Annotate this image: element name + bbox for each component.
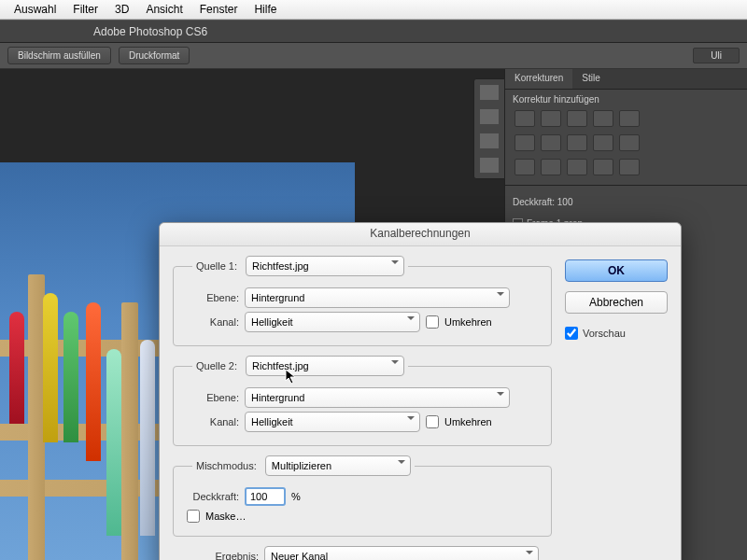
tab-stile[interactable]: Stile [572, 69, 609, 89]
mini-panel-dock [473, 78, 505, 179]
source1-layer-label: Ebene: [183, 292, 239, 303]
channel-mixer-icon[interactable] [593, 134, 613, 151]
source2-legend: Quelle 2: [196, 360, 237, 371]
brightness-icon[interactable] [514, 110, 535, 127]
panel-icon-3[interactable] [480, 133, 499, 148]
cancel-button[interactable]: Abbrechen [565, 291, 668, 314]
os-menubar[interactable]: Auswahl Filter 3D Ansicht Fenster Hilfe [0, 0, 747, 20]
app-title: Adobe Photoshop CS6 [93, 25, 207, 38]
source2-channel-label: Kanal: [183, 416, 239, 427]
menu-3d[interactable]: 3D [106, 3, 137, 16]
tab-korrekturen[interactable]: Korrekturen [505, 69, 572, 89]
invert-icon[interactable] [514, 159, 535, 175]
source2-layer-label: Ebene: [183, 392, 239, 403]
result-label: Ergebnis: [173, 551, 259, 560]
mask-label: Maske… [205, 511, 246, 522]
hue-icon[interactable] [514, 134, 535, 151]
print-format-button[interactable]: Druckformat [119, 47, 190, 64]
exposure-icon[interactable] [593, 110, 613, 127]
source1-invert-checkbox[interactable] [426, 315, 439, 329]
preview-checkbox[interactable] [565, 327, 578, 340]
source2-group: Quelle 2: Richtfest.jpg Ebene: Hintergru… [173, 356, 552, 446]
preview-label: Vorschau [583, 328, 626, 339]
panel-icon-1[interactable] [480, 85, 499, 100]
source1-file-select[interactable]: Richtfest.jpg [246, 256, 404, 276]
opacity-row: Deckkraft: 100 [505, 191, 747, 213]
options-bar: Bildschirm ausfüllen Druckformat Uli [0, 43, 747, 69]
menu-fenster[interactable]: Fenster [191, 3, 247, 16]
panel-icon-2[interactable] [480, 109, 499, 124]
workspace-switcher[interactable]: Uli [693, 48, 740, 63]
opacity-input[interactable] [245, 487, 286, 506]
selective-icon[interactable] [619, 159, 640, 175]
lut-icon[interactable] [619, 134, 640, 151]
gradient-map-icon[interactable] [593, 159, 613, 175]
bw-icon[interactable] [541, 134, 561, 151]
blending-group: Mischmodus: Multiplizieren Deckkraft: % … [173, 455, 552, 537]
source2-layer-select[interactable]: Hintergrund [245, 387, 510, 408]
source1-legend: Quelle 1: [196, 260, 237, 272]
source1-channel-select[interactable]: Helligkeit [245, 312, 420, 332]
dialog-title: Kanalberechnungen [160, 223, 681, 246]
app-titlebar: Adobe Photoshop CS6 [0, 20, 747, 43]
photo-filter-icon[interactable] [567, 134, 587, 151]
source1-channel-label: Kanal: [183, 316, 239, 328]
levels-icon[interactable] [541, 110, 561, 127]
workspace: Korrekturen Stile Korrektur hinzufügen [0, 69, 747, 560]
source1-invert-label: Umkehren [444, 316, 492, 328]
menu-auswahl[interactable]: Auswahl [6, 3, 64, 16]
source2-invert-label: Umkehren [444, 416, 492, 427]
source2-channel-select[interactable]: Helligkeit [245, 412, 420, 432]
curves-icon[interactable] [567, 110, 587, 127]
opacity-suffix: % [291, 491, 301, 502]
result-select[interactable]: Neuer Kanal [264, 546, 539, 560]
posterize-icon[interactable] [541, 159, 561, 175]
menu-filter[interactable]: Filter [64, 3, 106, 16]
source2-file-select[interactable]: Richtfest.jpg [246, 356, 404, 376]
panel-icon-4[interactable] [480, 158, 499, 173]
threshold-icon[interactable] [567, 159, 587, 175]
menu-hilfe[interactable]: Hilfe [246, 3, 285, 16]
ok-button[interactable]: OK [565, 259, 668, 282]
mask-checkbox[interactable] [187, 510, 200, 523]
blend-mode-select[interactable]: Multiplizieren [265, 455, 411, 476]
fill-screen-button[interactable]: Bildschirm ausfüllen [7, 47, 111, 64]
source1-group: Quelle 1: Richtfest.jpg Ebene: Hintergru… [173, 256, 552, 346]
source1-layer-select[interactable]: Hintergrund [245, 287, 510, 308]
calculations-dialog: Kanalberechnungen Quelle 1: Richtfest.jp… [159, 222, 682, 560]
source2-invert-checkbox[interactable] [426, 415, 439, 428]
blend-label: Mischmodus: [196, 460, 257, 471]
vibrance-icon[interactable] [619, 110, 640, 127]
opacity-label: Deckkraft: [183, 491, 239, 502]
adjustments-subtitle: Korrektur hinzufügen [505, 90, 747, 106]
menu-ansicht[interactable]: Ansicht [137, 3, 190, 16]
